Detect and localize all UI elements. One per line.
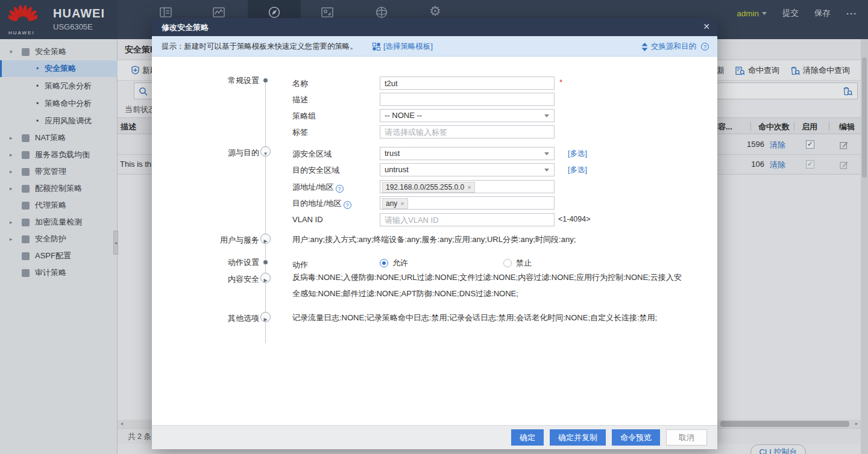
name-label: 名称	[292, 78, 308, 89]
expand-toggle-icon[interactable]: ▶	[260, 273, 271, 283]
dialog-hint-bar: 提示：新建时可以基于策略模板来快速定义您需要的策略。 [选择策略模板] 交换源和…	[152, 36, 717, 57]
swap-icon	[641, 43, 648, 51]
template-icon	[373, 43, 380, 51]
dialog-title: 修改安全策略	[162, 22, 209, 33]
content-security-summary: 反病毒:NONE;入侵防御:NONE;URL过滤:NONE;文件过滤:NONE;…	[292, 269, 684, 302]
tag-input[interactable]	[380, 125, 555, 138]
collapse-toggle-icon[interactable]: ▼	[260, 146, 271, 157]
help-icon[interactable]: ?	[701, 43, 709, 51]
description-input[interactable]	[380, 93, 555, 106]
swap-src-dst-link[interactable]: 交换源和目的 ?	[641, 42, 709, 52]
address-chip: any×	[382, 198, 408, 209]
src-address-label: 源地址/地区?	[292, 182, 344, 193]
dialog-titlebar: 修改安全策略 ✕	[152, 18, 717, 36]
deny-radio[interactable]: 禁止	[503, 258, 532, 269]
help-icon[interactable]: ?	[336, 185, 344, 193]
remove-chip-icon[interactable]: ×	[467, 184, 471, 191]
required-mark: *	[559, 78, 562, 87]
ok-and-copy-button[interactable]: 确定并复制	[550, 429, 606, 446]
dialog-body: 常规设置 源与目的 ▼ 用户与服务 ▶ 动作设置 内容安全 ▶ 其他选项 ▶ 名…	[152, 57, 717, 425]
section-general: 常规设置	[169, 75, 259, 86]
cancel-button[interactable]: 取消	[666, 429, 707, 446]
src-zone-label: 源安全区域	[292, 149, 332, 160]
chevron-down-icon	[544, 114, 549, 117]
src-address-input[interactable]: 192.168.0.0/255.255.0.0×	[380, 180, 555, 193]
help-icon[interactable]: ?	[344, 201, 351, 209]
section-content-security: 内容安全	[169, 274, 259, 285]
choose-template-link[interactable]: [选择策略模板]	[383, 42, 433, 52]
dst-zone-label: 目的安全区域	[292, 165, 339, 176]
other-options-summary: 记录流量日志:NONE;记录策略命中日志:禁用;记录会话日志:禁用;会话老化时间…	[292, 309, 696, 326]
radio-icon	[503, 259, 512, 267]
section-dot-icon	[263, 78, 268, 82]
section-timeline	[265, 81, 266, 343]
policy-group-select[interactable]: -- NONE --	[380, 109, 555, 122]
dst-zone-multi-link[interactable]: [多选]	[568, 165, 587, 175]
radio-selected-icon	[380, 259, 388, 267]
allow-radio[interactable]: 允许	[380, 258, 408, 269]
hint-text: 提示：新建时可以基于策略模板来快速定义您需要的策略。	[162, 42, 357, 52]
section-user-service: 用户与服务	[169, 235, 259, 246]
chevron-down-icon	[544, 152, 549, 155]
policy-group-label: 策略组	[292, 111, 316, 122]
section-other: 其他选项	[169, 313, 259, 324]
dst-address-input[interactable]: any×	[380, 196, 555, 210]
vlan-range-hint: <1-4094>	[558, 215, 591, 223]
dialog-footer: 确定 确定并复制 命令预览 取消	[152, 425, 717, 449]
section-dot-icon	[263, 260, 268, 264]
command-preview-button[interactable]: 命令预览	[612, 429, 660, 446]
src-zone-select[interactable]: trust	[380, 147, 555, 160]
vlan-label: VLAN ID	[292, 215, 323, 224]
dst-address-label: 目的地址/地区?	[292, 198, 351, 209]
edit-security-policy-dialog: 修改安全策略 ✕ 提示：新建时可以基于策略模板来快速定义您需要的策略。 [选择策…	[152, 18, 717, 449]
dst-zone-select[interactable]: untrust	[380, 163, 555, 176]
vlan-input[interactable]	[380, 213, 555, 226]
section-action: 动作设置	[169, 257, 259, 268]
chevron-down-icon	[544, 169, 549, 172]
section-source-dest: 源与目的	[169, 148, 259, 158]
address-chip: 192.168.0.0/255.255.0.0×	[382, 182, 475, 193]
tag-label: 标签	[292, 127, 308, 138]
close-icon[interactable]: ✕	[703, 22, 710, 31]
ok-button[interactable]: 确定	[511, 429, 544, 446]
src-zone-multi-link[interactable]: [多选]	[568, 149, 587, 159]
expand-toggle-icon[interactable]: ▶	[260, 234, 271, 244]
name-input[interactable]	[380, 76, 555, 90]
user-service-summary: 用户:any;接入方式:any;终端设备:any;服务:any;应用:any;U…	[292, 231, 690, 247]
remove-chip-icon[interactable]: ×	[400, 200, 404, 207]
expand-toggle-icon[interactable]: ▶	[260, 312, 271, 322]
description-label: 描述	[292, 95, 308, 105]
